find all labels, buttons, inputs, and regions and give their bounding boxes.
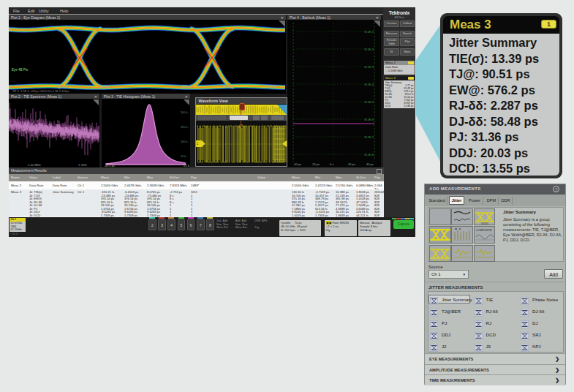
svg-text:COMPOSITE: COMPOSITE: [476, 229, 492, 232]
